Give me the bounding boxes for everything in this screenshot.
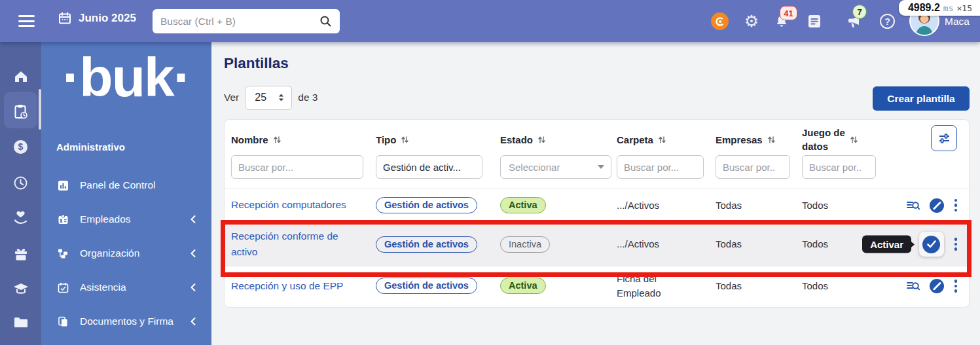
debug-multiplier: ×15	[957, 3, 972, 13]
sidebar-item-label: Asistencia	[80, 281, 126, 293]
documents-icon	[58, 316, 69, 327]
calendar-icon	[58, 11, 72, 26]
sort-icon	[273, 136, 281, 144]
page-title: Plantillas	[224, 55, 980, 72]
topbar: Junio 2025 ⚙ 41 7 ? Maca	[0, 0, 980, 42]
create-template-button[interactable]: Crear plantilla	[873, 86, 970, 111]
filter-juego-input[interactable]	[802, 155, 876, 179]
rail-bienestar-hand-heart-icon[interactable]	[0, 208, 41, 227]
filter-empresas-input[interactable]	[716, 155, 790, 179]
sidebar-item-empleados[interactable]: Empleados	[41, 202, 211, 236]
rail-beneficios-gift-icon[interactable]	[0, 244, 41, 263]
folder-cell: .../Activos	[617, 238, 659, 249]
help-icon[interactable]: ?	[880, 14, 895, 29]
templates-table: Nombre Tipo Estado Carpeta Empresas	[224, 119, 970, 308]
org-chart-icon	[58, 248, 69, 259]
buk-assistant-icon[interactable]	[711, 12, 729, 30]
column-header-estado[interactable]: Estado	[500, 134, 617, 145]
view-label: Ver	[224, 92, 239, 103]
column-header-empresas[interactable]: Empresas	[716, 134, 802, 145]
sidebar-panel: ·buk· Administrativo Panel de Control Em…	[41, 42, 211, 345]
deactivate-icon[interactable]	[930, 279, 944, 293]
sidebar-item-panel-de-control[interactable]: Panel de Control	[41, 168, 211, 202]
check-circle-icon	[922, 236, 940, 253]
sidebar-menu: Panel de Control Empleados Organización	[41, 168, 211, 338]
sort-icon	[401, 136, 409, 144]
activate-button[interactable]	[919, 232, 944, 257]
table-row: Recepción computadores Gestión de activo…	[225, 188, 969, 222]
id-badge-icon	[58, 214, 69, 225]
filter-estado-select[interactable]: Seleccionar	[500, 155, 611, 179]
rail-remuneraciones-dollar-icon[interactable]: $	[0, 137, 41, 156]
deactivate-icon[interactable]	[930, 198, 944, 213]
rail-asistencia-clock-icon[interactable]	[0, 173, 41, 192]
column-header-nombre[interactable]: Nombre	[231, 134, 376, 145]
rail-administrativo-clipboard-icon[interactable]	[0, 102, 41, 120]
chevron-left-icon	[189, 317, 197, 326]
status-badge: Activa	[500, 278, 546, 294]
dataset-cell: Todos	[802, 238, 828, 249]
announcements-count-badge: 7	[852, 5, 867, 19]
preview-search-icon[interactable]	[905, 198, 920, 213]
dataset-cell: Todos	[802, 200, 828, 211]
folder-cell: .../Activos	[617, 200, 659, 211]
caret-down-icon	[598, 165, 604, 169]
sort-icon	[767, 136, 776, 144]
template-link[interactable]: Recepción computadores	[231, 197, 346, 213]
debug-ms-unit: ms	[943, 3, 954, 13]
template-link[interactable]: Recepción conforme de activo	[231, 228, 349, 260]
sort-icon	[658, 136, 666, 144]
chevron-left-icon	[189, 249, 197, 258]
notes-document-icon[interactable]	[807, 14, 822, 29]
total-count-label: de 3	[298, 92, 318, 103]
filter-nombre-input[interactable]	[231, 155, 363, 179]
chevron-left-icon	[189, 215, 197, 224]
search-input[interactable]	[160, 16, 319, 27]
column-header-tipo[interactable]: Tipo	[376, 134, 500, 145]
column-settings-button[interactable]	[931, 125, 957, 151]
sidebar-item-label: Panel de Control	[80, 179, 155, 191]
page-size-select[interactable]: 25	[245, 86, 292, 110]
sort-icon	[850, 136, 858, 144]
period-label: Junio 2025	[79, 12, 136, 25]
settings-gear-icon[interactable]: ⚙	[742, 11, 761, 31]
preview-search-icon[interactable]	[905, 279, 920, 293]
sidebar-item-organizacion[interactable]: Organización	[41, 236, 211, 270]
column-header-carpeta[interactable]: Carpeta	[617, 134, 716, 145]
rail-home-icon[interactable]	[0, 67, 41, 86]
companies-cell: Todas	[716, 238, 742, 249]
column-header-juego-de-datos[interactable]: Juego de datos	[802, 126, 877, 153]
page-size-value: 25	[255, 92, 266, 103]
companies-cell: Todas	[716, 200, 742, 211]
sidebar-icon-rail: $	[0, 42, 41, 345]
table-header-row: Nombre Tipo Estado Carpeta Empresas	[225, 120, 969, 154]
select-carets-icon	[278, 93, 285, 102]
hamburger-menu-icon[interactable]	[18, 15, 35, 27]
row-menu-kebab-icon[interactable]	[953, 236, 959, 252]
rail-capacitacion-graduation-icon[interactable]	[0, 280, 41, 299]
filter-carpeta-input[interactable]	[617, 155, 704, 179]
notifications-count-badge: 41	[780, 6, 797, 20]
buk-logo: ·buk·	[41, 46, 211, 109]
main-content: Plantillas Ver 25 de 3 Crear plantilla N…	[211, 42, 980, 345]
sidebar-section-label: Administrativo	[56, 141, 211, 153]
page-size-control: Ver 25 de 3	[224, 85, 318, 110]
template-link[interactable]: Recepción y uso de EPP	[231, 278, 343, 294]
bar-chart-icon	[58, 180, 69, 191]
sidebar-item-asistencia[interactable]: Asistencia	[41, 270, 211, 304]
rail-documentos-folder-icon[interactable]	[0, 313, 41, 331]
table-row: Recepción conforme de activo Gestión de …	[225, 222, 969, 266]
sliders-icon	[937, 132, 951, 145]
companies-cell: Todas	[716, 280, 742, 291]
search-icon	[319, 15, 332, 27]
sidebar-item-documentos-y-firma[interactable]: Documentos y Firma	[41, 304, 211, 338]
status-badge: Inactiva	[500, 236, 550, 253]
chevron-left-icon	[189, 283, 197, 292]
row-menu-kebab-icon[interactable]	[953, 198, 959, 213]
row-menu-kebab-icon[interactable]	[953, 278, 959, 294]
filter-tipo-input[interactable]	[376, 155, 482, 179]
period-selector[interactable]: Junio 2025	[58, 11, 136, 26]
sidebar-item-label: Empleados	[80, 213, 131, 225]
global-search	[153, 9, 340, 33]
activate-tooltip: Activar	[862, 236, 911, 253]
